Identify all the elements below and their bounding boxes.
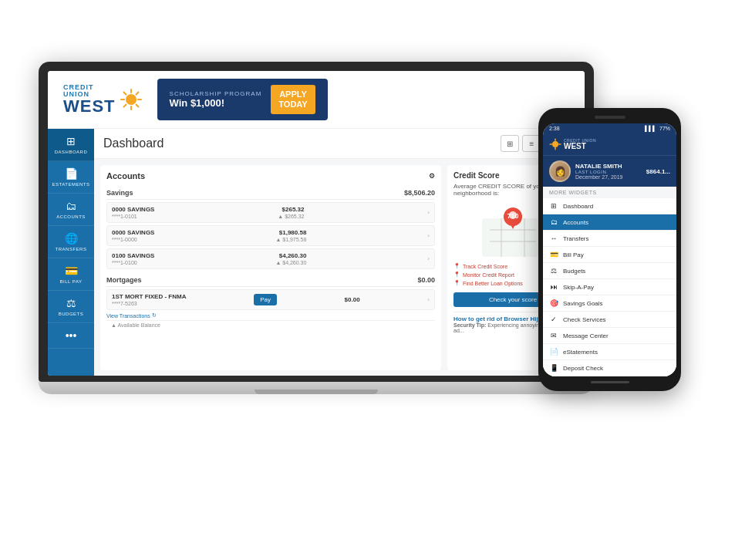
phone-estatements-icon: 📄 bbox=[549, 348, 558, 356]
logo-west-text: WEST bbox=[63, 98, 116, 115]
mobile-phone: 2:38 ▌▌▌ 77% bbox=[538, 108, 681, 391]
savings-section-header: Savings $8,506.20 bbox=[106, 187, 435, 200]
mortgages-section-header: Mortgages $0.00 bbox=[106, 274, 435, 287]
svg-line-5 bbox=[123, 93, 126, 95]
phone-menu-item-accounts[interactable]: 🗂 Accounts bbox=[543, 214, 676, 231]
dashboard-header: Dashboard ⊞ ≡ ? Help bbox=[94, 129, 585, 159]
phone-user-section: 👩 NATALIE SMITH LAST LOGIN December 27, … bbox=[543, 155, 676, 187]
phone-menu-item-estatements[interactable]: 📄 eStatements bbox=[543, 344, 676, 360]
mortgage-row: 1ST MORT FIXED - FNMA ****7-5263 Pay $0.… bbox=[106, 289, 435, 310]
phone-menu-item-message-center[interactable]: ✉ Message Center bbox=[543, 328, 676, 344]
phone-avatar: 👩 bbox=[549, 160, 571, 182]
phone-body: 2:38 ▌▌▌ 77% bbox=[538, 108, 681, 391]
laptop-header: CREDIT UNION WEST bbox=[48, 71, 585, 129]
phone-menu-item-transfers[interactable]: ↔ Transfers bbox=[543, 231, 676, 247]
sidebar-item-estatements[interactable]: 📄 eSTATEMENTS bbox=[48, 161, 94, 194]
phone-menu-item-bill-pay[interactable]: 💳 Bill Pay bbox=[543, 247, 676, 263]
view-transactions-link[interactable]: View Transactions ↻ bbox=[106, 312, 435, 319]
chevron-icon: › bbox=[427, 232, 430, 239]
accounts-panel: Accounts ⚙ Savings $8,506.20 bbox=[100, 165, 441, 370]
phone-signal-icon: ▌▌▌ bbox=[645, 126, 656, 131]
phone-menu-item-dashboard[interactable]: ⊞ Dashboard bbox=[543, 198, 676, 214]
phone-status-bar: 2:38 ▌▌▌ 77% bbox=[543, 123, 676, 133]
main-content: Dashboard ⊞ ≡ ? Help bbox=[94, 129, 585, 376]
scholarship-amount: Win $1,000! bbox=[170, 97, 262, 109]
budgets-icon: ⚖ bbox=[66, 297, 76, 309]
phone-logo-west-text: WEST bbox=[564, 143, 596, 150]
phone-menu-item-skip-a-pay[interactable]: ⏭ Skip-A-Pay bbox=[543, 279, 676, 295]
phone-menu-item-deposit-check[interactable]: 📱 Deposit Check bbox=[543, 360, 676, 376]
svg-line-8 bbox=[123, 105, 126, 107]
scholarship-text: SCHOLARSHIP PROGRAM Win $1,000! bbox=[170, 90, 262, 109]
phone-balance: $864.1... bbox=[646, 168, 670, 175]
account-row[interactable]: 0100 SAVINGS ****1-0100 $4,260.30 ▲ $4,2… bbox=[106, 248, 435, 269]
accounts-panel-header: Accounts ⚙ bbox=[106, 171, 435, 180]
sidebar-item-dashboard[interactable]: ⊞ DASHBOARD bbox=[48, 129, 94, 161]
sidebar-label-estatements: eSTATEMENTS bbox=[52, 182, 90, 187]
laptop: CREDIT UNION WEST bbox=[39, 62, 594, 394]
sidebar-item-accounts[interactable]: 🗂 ACCOUNTS bbox=[48, 194, 94, 226]
svg-line-7 bbox=[136, 93, 138, 95]
svg-point-18 bbox=[552, 141, 558, 147]
sidebar-label-budgets: BUDGETS bbox=[59, 312, 84, 316]
phone-skip-a-pay-icon: ⏭ bbox=[549, 283, 558, 291]
phone-transfers-icon: ↔ bbox=[549, 234, 558, 242]
phone-home-indicator bbox=[591, 381, 629, 383]
sidebar-label-dashboard: DASHBOARD bbox=[55, 150, 88, 154]
phone-battery: 77% bbox=[659, 126, 670, 131]
account-row[interactable]: 0000 SAVINGS ****1-0000 $1,980.58 ▲ $1,9… bbox=[106, 225, 435, 246]
phone-logo-sun-icon bbox=[549, 138, 561, 150]
accounts-panel-title: Accounts bbox=[106, 171, 145, 180]
sun-icon bbox=[120, 89, 142, 110]
bill-pay-icon: 💳 bbox=[65, 265, 78, 277]
page-title: Dashboard bbox=[103, 137, 164, 150]
account-row[interactable]: 0000 SAVINGS ****1-0101 $265.32 ▲ $265.3… bbox=[106, 202, 435, 223]
sidebar-label-transfers: TRANSFERS bbox=[56, 247, 87, 251]
phone-savings-goals-icon: 🎯 bbox=[549, 299, 558, 307]
phone-notch bbox=[595, 116, 625, 119]
sidebar-item-bill-pay[interactable]: 💳 BILL PAY bbox=[48, 258, 94, 291]
laptop-screen-outer: CREDIT UNION WEST bbox=[39, 62, 594, 382]
chevron-icon: › bbox=[427, 209, 430, 216]
accounts-settings-icon[interactable]: ⚙ bbox=[429, 172, 435, 180]
phone-bill-pay-icon: 💳 bbox=[549, 251, 558, 258]
phone-message-icon: ✉ bbox=[549, 332, 558, 339]
sidebar-item-transfers[interactable]: 🌐 TRANSFERS bbox=[48, 226, 94, 258]
grid-view-button[interactable]: ⊞ bbox=[501, 135, 519, 152]
laptop-screen-inner: CREDIT UNION WEST bbox=[48, 71, 585, 376]
phone-more-widgets-label: MORE WIDGETS bbox=[543, 187, 676, 198]
more-icon: ••• bbox=[66, 329, 77, 342]
phone-budgets-icon: ⚖ bbox=[549, 267, 558, 275]
estatements-icon: 📄 bbox=[65, 167, 78, 180]
phone-last-login-date: December 27, 2019 bbox=[575, 174, 642, 180]
app-layout: ⊞ DASHBOARD 📄 eSTATEMENTS 🗂 ACCOUNTS bbox=[48, 129, 585, 376]
phone-menu-item-check-services[interactable]: ✓ Check Services bbox=[543, 312, 676, 328]
logo-text: CREDIT UNION WEST bbox=[63, 84, 116, 115]
accounts-icon: 🗂 bbox=[66, 200, 76, 212]
phone-dashboard-icon: ⊞ bbox=[549, 202, 558, 210]
svg-text:710: 710 bbox=[507, 212, 518, 220]
phone-menu-item-budgets[interactable]: ⚖ Budgets bbox=[543, 263, 676, 279]
phone-user-info: NATALIE SMITH LAST LOGIN December 27, 20… bbox=[575, 163, 642, 180]
phone-menu-item-savings-goals[interactable]: 🎯 Savings Goals bbox=[543, 295, 676, 312]
scholarship-banner[interactable]: SCHOLARSHIP PROGRAM Win $1,000! APPLY TO… bbox=[157, 79, 328, 120]
logo-area: CREDIT UNION WEST bbox=[63, 84, 142, 115]
svg-line-6 bbox=[136, 105, 138, 107]
laptop-base bbox=[39, 382, 594, 394]
refresh-icon: ↻ bbox=[152, 312, 157, 319]
available-balance-label: ▲ Available Balance bbox=[106, 320, 435, 329]
svg-point-0 bbox=[126, 94, 137, 105]
phone-screen: 2:38 ▌▌▌ 77% bbox=[543, 123, 676, 376]
sidebar-item-budgets[interactable]: ⚖ BUDGETS bbox=[48, 291, 94, 323]
phone-menu: ⊞ Dashboard 🗂 Accounts ↔ Transfers 💳 Bil… bbox=[543, 198, 676, 376]
phone-check-services-icon: ✓ bbox=[549, 315, 558, 323]
apply-button[interactable]: APPLY TODAY bbox=[271, 85, 315, 114]
sidebar-item-more[interactable]: ••• bbox=[48, 323, 94, 349]
pay-button[interactable]: Pay bbox=[254, 294, 277, 305]
phone-deposit-icon: 📱 bbox=[549, 364, 558, 372]
scene: CREDIT UNION WEST bbox=[0, 0, 735, 560]
scholarship-title: SCHOLARSHIP PROGRAM bbox=[170, 90, 262, 97]
chevron-icon: › bbox=[427, 296, 430, 303]
phone-accounts-icon: 🗂 bbox=[549, 218, 558, 226]
map-icon: 710 bbox=[482, 203, 544, 257]
